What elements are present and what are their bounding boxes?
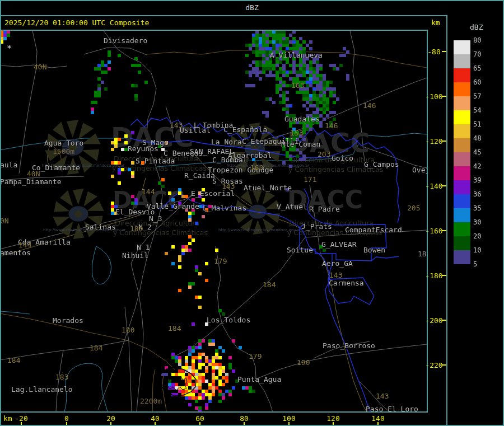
page-title: dBZ — [0, 0, 504, 15]
x-axis-tick-label: 80 — [232, 414, 256, 423]
colorbar-value-label: 20 — [473, 232, 493, 240]
x-axis-tick — [288, 422, 290, 425]
map-place-label: Agua_Toro — [44, 139, 83, 147]
map-right-border — [427, 30, 428, 413]
map-bottom-border — [0, 411, 428, 413]
route-number-label: 180 — [130, 225, 143, 232]
route-number-label: 143 — [329, 271, 342, 279]
y-axis-unit-label: km — [431, 18, 440, 27]
map-place-label: N_1 — [137, 244, 150, 251]
route-number-label: 184 — [7, 357, 20, 364]
colorbar-value-label: 70 — [473, 50, 493, 58]
map-place-label: Guadales — [284, 115, 320, 123]
x-axis-tick — [21, 422, 22, 425]
route-number-label: 153 — [290, 129, 303, 137]
route-number-label: 146 — [325, 122, 338, 129]
colorbar-panel: dBZ 807065605754514845423936353020105 — [446, 15, 503, 425]
route-number-label: 179 — [249, 353, 262, 360]
x-axis-tick-label: -20 — [9, 414, 34, 423]
route-number-label: 190 — [297, 359, 310, 366]
colorbar-value-label: 51 — [473, 120, 493, 128]
map-place-label: Salinas — [85, 223, 116, 231]
title-divider — [0, 15, 504, 16]
map-place-label: C_Española — [223, 126, 267, 133]
colorbar-swatch — [454, 54, 470, 68]
map-place-label: Lag.Llancanelo — [11, 386, 73, 393]
route-number-label: 144 — [142, 188, 155, 195]
x-axis-tick — [244, 422, 245, 425]
colorbar-value-label: 57 — [473, 92, 493, 100]
colorbar-value-label: 60 — [473, 78, 493, 86]
map-place-label: La_Nora — [211, 138, 242, 146]
map-place-label: R_Padre — [309, 205, 340, 213]
colorbar-title: dBZ — [470, 23, 483, 31]
route-number-label: 184 — [263, 281, 276, 288]
y-axis-tick — [442, 230, 446, 231]
map-place-label: CompantEscard — [345, 226, 402, 233]
map-place-label: Oveje — [412, 166, 427, 174]
colorbar-swatch — [454, 96, 470, 110]
map-place-label: J_Prats — [301, 223, 332, 230]
x-axis-tick-label: 140 — [366, 414, 390, 423]
colorbar-swatch — [454, 180, 470, 194]
colorbar-value-label: 30 — [473, 218, 493, 226]
colorbar-value-label: 39 — [473, 176, 493, 184]
map-place-label: Divisadero — [104, 37, 147, 44]
colorbar-swatch — [454, 68, 470, 82]
map-place-label: A_Villanueva — [270, 52, 323, 59]
y-axis-tick — [442, 185, 446, 186]
colorbar-value-label: 42 — [473, 162, 493, 170]
map-place-label: Punta_Agua — [237, 376, 281, 383]
y-axis-tick — [442, 275, 446, 276]
route-number-label: 205 — [407, 204, 420, 212]
map-place-label: L_Malvinas — [203, 204, 246, 212]
map-place-label: 18 — [418, 250, 427, 258]
map-place-label: Nihuil — [122, 252, 148, 259]
colorbar-swatch — [454, 40, 470, 54]
colorbar-value-label: 45 — [473, 148, 493, 156]
x-axis-tick — [199, 422, 200, 425]
x-axis-tick-label: 40 — [143, 414, 167, 423]
route-number-label: 143 — [376, 392, 389, 400]
map-place-label: Soitue — [287, 246, 313, 254]
route-number-label: 171 — [304, 176, 316, 183]
map-place-label: V_Atuel — [277, 203, 307, 210]
colorbar-value-label: 5 — [473, 260, 493, 268]
x-axis-tick-label: 120 — [321, 414, 346, 423]
route-number-label: 183 — [55, 373, 68, 381]
colorbar-swatch — [454, 250, 470, 264]
x-axis-tick — [333, 422, 334, 425]
route-number-label: 203 — [318, 151, 330, 158]
map-place-label: E_Escorial — [191, 190, 235, 197]
map-place-label: N_3 — [149, 215, 162, 222]
colorbar-value-label: 36 — [473, 190, 493, 198]
colorbar-value-label: 54 — [473, 106, 493, 114]
map-place-label: aula — [1, 161, 17, 168]
map-place-label: C_Bombal — [212, 156, 248, 163]
route-number-label: 40N — [34, 63, 46, 71]
colorbar-value-label: 80 — [473, 36, 493, 44]
map-place-label: SAN_RAFAEL — [190, 148, 234, 155]
colorbar-swatch — [454, 82, 470, 96]
route-number-label: 0N — [1, 217, 9, 224]
y-axis-tick — [442, 320, 446, 321]
route-number-label: 143 — [222, 182, 235, 190]
map-place-label: Aero_GA — [322, 260, 353, 267]
colorbar-swatch — [454, 166, 470, 180]
route-number-label: 163 — [291, 82, 304, 89]
colorbar-swatch — [454, 152, 470, 166]
elevation-label: 1500m — [53, 148, 74, 155]
route-number-label: 184 — [90, 344, 102, 352]
colorbar-value-label: 65 — [473, 64, 493, 72]
route-number-label: 180 — [122, 326, 134, 334]
colorbar-swatch — [454, 208, 470, 222]
map-place-label: Paso_Borroso — [323, 342, 375, 349]
x-axis-tick — [66, 422, 67, 425]
map-place-label: Morados — [53, 317, 83, 324]
colorbar-value-label: 10 — [473, 246, 493, 254]
map-place-label: Mte_Coman — [281, 141, 320, 148]
map-place-label: Pampa_Diamante — [1, 178, 62, 185]
colorbar-swatch — [454, 236, 470, 250]
y-axis-tick — [442, 364, 446, 366]
x-axis-tick — [155, 422, 156, 425]
